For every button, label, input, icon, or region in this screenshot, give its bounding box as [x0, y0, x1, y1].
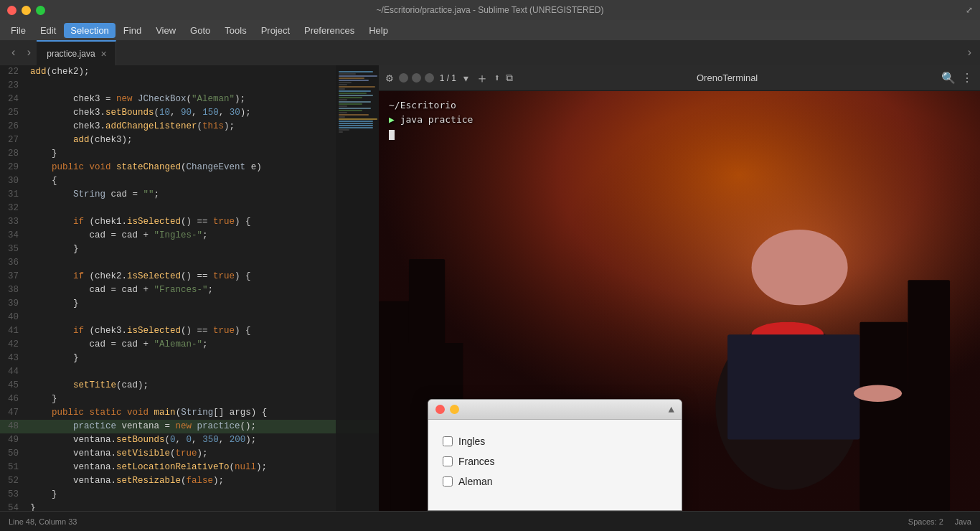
table-row: 37 if (chek2.isSelected() == true) { — [0, 270, 379, 283]
table-row: 32 — [0, 202, 379, 215]
checkbox-frances-label[interactable]: Frances — [458, 456, 495, 467]
status-right: Spaces: 2 Java — [908, 517, 971, 526]
table-row: 36 — [0, 256, 379, 270]
menubar: File Edit Selection Find View Goto Tools… — [0, 20, 980, 40]
table-row: 49 ventana.setBounds(0, 0, 350, 200); — [0, 433, 379, 447]
java-app-titlebar: ▲ — [428, 400, 682, 420]
table-row: 50 ventana.setVisible(true); — [0, 447, 379, 461]
terminal-path-line: ~/Escritorio — [389, 98, 473, 113]
status-language[interactable]: Java — [955, 517, 971, 526]
checkbox-aleman-label[interactable]: Aleman — [458, 476, 492, 487]
code-editor[interactable]: 22 add(chek2); 23 24 chek3 = new JCheckB… — [0, 65, 379, 511]
tab-nav-left[interactable]: ‹ — [6, 44, 22, 62]
terminal-add-icon[interactable]: ▾ — [462, 70, 470, 86]
table-row: 44 — [0, 365, 379, 379]
terminal-menu-icon[interactable]: ⋮ — [961, 71, 973, 85]
main-content: 22 add(chek2); 23 24 chek3 = new JCheckB… — [0, 65, 980, 511]
terminal-tabs — [399, 73, 434, 83]
table-row: 31 String cad = ""; — [0, 188, 379, 202]
table-row: 48 practice ventana = new practice(); — [0, 420, 379, 433]
terminal-search-icon[interactable]: 🔍 — [941, 71, 956, 85]
checkbox-ingles-label[interactable]: Ingles — [458, 436, 485, 447]
tab-close-button[interactable]: × — [101, 49, 107, 59]
terminal-settings-icon[interactable]: ⚙ — [386, 71, 393, 85]
terminal-window: ⚙ 1 / 1 ▾ ＋ ⬆ ⧉ OrenoTerminal 🔍 ⋮ — [379, 65, 980, 511]
table-row: 38 cad = cad + "Frances-"; — [0, 283, 379, 297]
statusbar: Line 48, Column 33 Spaces: 2 Java — [0, 511, 980, 531]
terminal-title: OrenoTerminal — [519, 72, 936, 83]
table-row: 40 — [0, 311, 379, 324]
terminal-tab-dot-3[interactable] — [425, 73, 434, 83]
checkbox-ingles[interactable] — [443, 436, 453, 446]
terminal-cursor-line — [389, 127, 473, 141]
table-row: 30 { — [0, 174, 379, 188]
menu-project[interactable]: Project — [255, 23, 296, 38]
right-panel: ⚙ 1 / 1 ▾ ＋ ⬆ ⧉ OrenoTerminal 🔍 ⋮ — [379, 65, 980, 511]
table-row: 39 } — [0, 297, 379, 311]
terminal-content[interactable]: ~/Escritorio ▶ java practice ▲ — [379, 91, 980, 511]
menu-find[interactable]: Find — [117, 23, 148, 38]
table-row: 24 chek3 = new JCheckBox("Aleman"); — [0, 93, 379, 106]
expand-button[interactable]: ⤢ — [966, 5, 973, 16]
terminal-bar: ⚙ 1 / 1 ▾ ＋ ⬆ ⧉ OrenoTerminal 🔍 ⋮ — [379, 65, 980, 91]
table-row: 43 } — [0, 352, 379, 365]
terminal-tab-dot-1[interactable] — [399, 73, 408, 83]
minimize-button[interactable] — [22, 6, 31, 15]
checkbox-row-ingles: Ingles — [443, 436, 667, 447]
tabbar: ‹ › practice.java × › — [0, 40, 980, 65]
status-spaces[interactable]: Spaces: 2 — [908, 517, 943, 526]
checkbox-frances[interactable] — [443, 456, 453, 466]
terminal-command-line: ▶ java practice — [389, 113, 473, 127]
menu-file[interactable]: File — [4, 23, 32, 38]
java-app-window: ▲ Ingles Frances Aleman — [428, 399, 682, 511]
terminal-new-tab-icon[interactable]: ＋ — [476, 70, 489, 87]
table-row: 26 chek3.addChangeListener(this); — [0, 120, 379, 133]
table-row: 51 ventana.setLocationRelativeTo(null); — [0, 461, 379, 474]
menu-view[interactable]: View — [149, 23, 182, 38]
maximize-button[interactable] — [36, 6, 45, 15]
checkbox-row-frances: Frances — [443, 456, 667, 467]
table-row: 25 chek3.setBounds(10, 90, 150, 30); — [0, 106, 379, 120]
table-row: 42 cad = cad + "Aleman-"; — [0, 338, 379, 352]
terminal-split-icon[interactable]: ⧉ — [506, 72, 513, 84]
table-row: 46 } — [0, 393, 379, 406]
window-title: ~/Escritorio/practice.java - Sublime Tex… — [377, 5, 604, 15]
close-button[interactable] — [7, 6, 17, 15]
java-minimize-button[interactable] — [450, 405, 459, 414]
menu-selection[interactable]: Selection — [64, 23, 115, 38]
java-app-body: Ingles Frances Aleman — [428, 420, 682, 510]
table-row: 29 public void stateChanged(ChangeEvent … — [0, 161, 379, 174]
table-row: 33 if (chek1.isSelected() == true) { — [0, 215, 379, 229]
java-collapse-button[interactable]: ▲ — [669, 404, 674, 415]
tab-nav-right[interactable]: › — [22, 44, 37, 62]
table-row: 28 } — [0, 147, 379, 161]
terminal-tab-dot-2[interactable] — [412, 73, 421, 83]
tab-practice-java[interactable]: practice.java × — [37, 40, 116, 65]
terminal-export-icon[interactable]: ⬆ — [494, 72, 500, 84]
menu-preferences[interactable]: Preferences — [298, 23, 361, 38]
terminal-pager: 1 / 1 — [440, 73, 456, 83]
table-row: 35 } — [0, 243, 379, 256]
menu-edit[interactable]: Edit — [34, 23, 62, 38]
svg-point-12 — [854, 385, 902, 402]
java-close-button[interactable] — [435, 405, 445, 414]
menu-tools[interactable]: Tools — [218, 23, 253, 38]
table-row: 53 } — [0, 488, 379, 502]
svg-rect-11 — [727, 334, 859, 439]
svg-point-9 — [752, 230, 848, 305]
table-row: 47 public static void main(String[] args… — [0, 406, 379, 420]
table-row: 54 } — [0, 502, 379, 511]
checkbox-row-aleman: Aleman — [443, 476, 667, 487]
menu-goto[interactable]: Goto — [184, 23, 217, 38]
checkbox-aleman[interactable] — [443, 476, 453, 487]
table-row: 23 — [0, 79, 379, 93]
table-row: 52 ventana.setResizable(false); — [0, 474, 379, 488]
menu-help[interactable]: Help — [362, 23, 395, 38]
window-controls — [7, 6, 45, 15]
table-row: 41 if (chek3.isSelected() == true) { — [0, 324, 379, 338]
terminal-text: ~/Escritorio ▶ java practice — [379, 91, 483, 149]
svg-rect-6 — [859, 322, 908, 511]
tab-overflow-icon[interactable]: › — [966, 47, 973, 60]
table-row: 34 cad = cad + "Ingles-"; — [0, 229, 379, 243]
tab-filename: practice.java — [47, 49, 95, 59]
